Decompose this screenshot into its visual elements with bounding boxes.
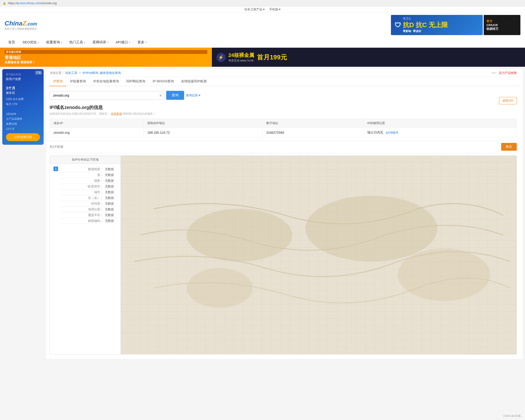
buy-button[interactable]: 购买 [501,143,517,151]
dist-detail-row: 国家：无数据 [60,178,117,184]
sidebar: 广告 亚马逊云科技 新用户免费 3个月 服务器 CDN 永久免费 每月 1TB … [0,67,46,359]
breadcrumb-promo-link[interactable]: 实力产品收量 [499,71,517,75]
dist-detail-row: 省/直辖市：无数据 [60,184,117,190]
col-domain: 域名/IP [50,119,144,128]
result-table: 域名/IP 获取的IP地址 数字地址 IP的物理位置 zenodo.org 18… [50,119,517,138]
dist-item-number: 1 [54,166,58,171]
logo: ChinaZ.com 站长工具 | 为创业者提供动力 [5,20,37,30]
nav-tools[interactable]: 热门工具▾ [66,37,89,47]
meta-nav-products[interactable]: 站长之家产品 ▾ [244,8,265,11]
nav-seo[interactable]: SEO优化▾ [19,37,42,47]
nav-api[interactable]: API接口▾ [112,37,134,47]
dist-detail-row: 数据精度：无数据 [60,166,117,172]
search-area: ✕ 查询 查询记录 ▾ [46,86,520,104]
results-note: 如果该IP实际地址与我们所记录的不符，请联系： 在线客服 帮助我们更好地为您服务… [50,112,517,116]
shield-icon: 🛡 [395,21,401,29]
ad-badge: 广告 [35,71,42,74]
ad-bare-metal[interactable]: ⚡ 24核裸金属 奇异互动 www.7e.hk 首月199元 [212,48,525,67]
cell-numeric: 3166272584 [262,128,363,138]
dist-detail-row: 地理位置：无数据 [60,207,117,212]
cell-domain: zenodo.org [50,128,144,138]
svg-point-2 [306,196,438,262]
nav-weight[interactable]: 权重查询▾ [42,37,66,47]
tab-friendlink-check[interactable]: 友情链接同IP检测 [178,77,210,86]
col-ip: 获取的IP地址 [144,119,262,128]
logo-text: ChinaZ.com [5,20,37,27]
tab-same-ip-sites[interactable]: 同IP网站查询 [122,77,149,86]
tab-ip-query[interactable]: IP查询 [50,77,66,86]
dist-detail-row: 区（县）：无数据 [60,195,117,201]
search-input[interactable] [50,91,164,100]
search-clear-icon[interactable]: ✕ [159,93,162,98]
dist-detail-row: 经纬度：无数据 [60,201,117,207]
dist-item: 1 数据精度：无数据洲：无数据国家：无数据省/直辖市：无数据城市：无数据区（县）… [54,166,117,224]
bare-metal-icon: ⚡ [216,53,226,62]
dist-detail-row: 洲：无数据 [60,172,117,178]
breadcrumb-current[interactable]: IP/IPv6查询, 服务器地址查询 [82,71,121,74]
svg-point-3 [398,248,490,301]
cell-location: 瑞士日内瓦 ip138提供 [363,128,516,138]
lock-icon: 🔒 [3,2,6,5]
header: ChinaZ.com 站长工具 | 为创业者提供动力 🛡 安卫士 抗D 抗C 无… [0,13,525,37]
area-count-text: 共1个区域 [50,145,63,149]
online-service-link[interactable]: 在线客服 [111,112,122,115]
distribution-wrap: 此IP分布在以下区域 1 数据精度：无数据洲：无数据国家：无数据省/直辖市：无数… [50,155,517,354]
dist-detail-row: 邮政编码：无数据 [60,218,117,224]
main-content: 当前位置： 站长工具 > IP/IPv6查询, 服务器地址查询 实力产品收量 I… [46,69,523,359]
map-svg [121,156,516,354]
content-wrapper: 广告 亚马逊云科技 新用户免费 3个月 服务器 CDN 永久免费 每月 1TB … [0,67,525,359]
sidebar-cta-button[interactable]: 立即免费试用 [6,133,40,141]
banner-cpa[interactable]: 官方 CPA/CR 收跳转万 [484,15,520,35]
dist-details: 数据精度：无数据洲：无数据国家：无数据省/直辖市：无数据城市：无数据区（县）：无… [60,166,117,224]
chevron-down-icon: ▾ [199,94,200,97]
nav-more[interactable]: 更多▾ [134,37,150,47]
distribution-card: 此IP分布在以下区域 1 数据精度：无数据洲：无数据国家：无数据省/直辖市：无数… [50,155,121,354]
dist-detail-row: 覆盖半径：无数据 [60,212,117,218]
sidebar-ad[interactable]: 广告 亚马逊云科技 新用户免费 3个月 服务器 CDN 永久免费 每月 1TB … [2,69,44,145]
breadcrumb-gray-btn[interactable] [491,72,496,74]
tab-whois[interactable]: IP WHOIS查询 [149,77,178,86]
distribution-scroll[interactable]: 1 数据精度：无数据洲：无数据国家：无数据省/直辖市：无数据城市：无数据区（县）… [50,164,121,228]
svg-point-4 [187,268,253,308]
svg-point-1 [187,209,292,262]
cell-ip: 188.185.124.72 [144,128,262,138]
tab-ip-location-batch[interactable]: IP所在地批量查询 [90,77,122,86]
breadcrumb-site-tools[interactable]: 站长工具 [66,71,77,74]
logo-tagline: 站长工具 | 为创业者提供动力 [5,27,37,30]
ad-strip: 亚马逊云科技 香港地区 免费服务器 重磅推荐！ ⚡ 24核裸金属 奇异互动 ww… [0,48,525,67]
col-location: IP的物理位置 [363,119,516,128]
dist-detail-row: 城市：无数据 [60,190,117,195]
results-title: IP/域名zenodo.org的信息 [50,104,517,110]
main-nav: 首页 SEO优化▾ 权重查询▾ 热门工具▾ 星网词库▾ API接口▾ 更多▾ [0,37,525,48]
col-numeric: 数字地址 [262,119,363,128]
nav-wordlib[interactable]: 星网词库▾ [89,37,112,47]
browser-bar: 🔒 https://ip.tool.chinaz.com/zenodo.org [0,0,525,6]
search-input-wrap: ✕ [50,91,164,100]
tab-ip-batch[interactable]: IP批量查询 [66,77,90,86]
table-row: zenodo.org 188.185.124.72 3166272584 瑞士日… [50,128,517,138]
search-button[interactable]: 查询 [166,91,184,100]
map-placeholder [121,156,516,354]
top-meta-nav: 站长之家产品 ▾ 手机版 ▾ [0,6,525,13]
svg-rect-0 [121,156,516,354]
map-area [121,155,517,354]
results-section: 获取API IP/域名zenodo.org的信息 如果该IP实际地址与我们所记录… [46,104,520,138]
search-history[interactable]: 查询记录 ▾ [186,93,200,98]
get-api-button[interactable]: 获取API [499,97,517,104]
tabs-bar: IP查询 IP批量查询 IP所在地批量查询 同IP网站查询 IP WHOIS查询… [46,77,520,86]
breadcrumb: 当前位置： 站长工具 > IP/IPv6查询, 服务器地址查询 实力产品收量 [46,69,520,77]
area-count-bar: 共1个区域 购买 [46,140,520,153]
header-banners: 🛡 安卫士 抗D 抗C 无上限 零影响 零误封 官方 CPA/CR 收跳转万 [391,15,520,35]
distribution-card-header: 此IP分布在以下区域 [50,156,121,164]
banner-antiddos[interactable]: 🛡 安卫士 抗D 抗C 无上限 零影响 零误封 [391,15,483,35]
url-display: https://ip.tool.chinaz.com/zenodo.org [8,1,57,5]
nav-home[interactable]: 首页 [5,37,19,47]
ad-amazon[interactable]: 亚马逊云科技 香港地区 免费服务器 重磅推荐！ [0,48,212,67]
meta-nav-mobile[interactable]: 手机版 ▾ [269,8,281,11]
